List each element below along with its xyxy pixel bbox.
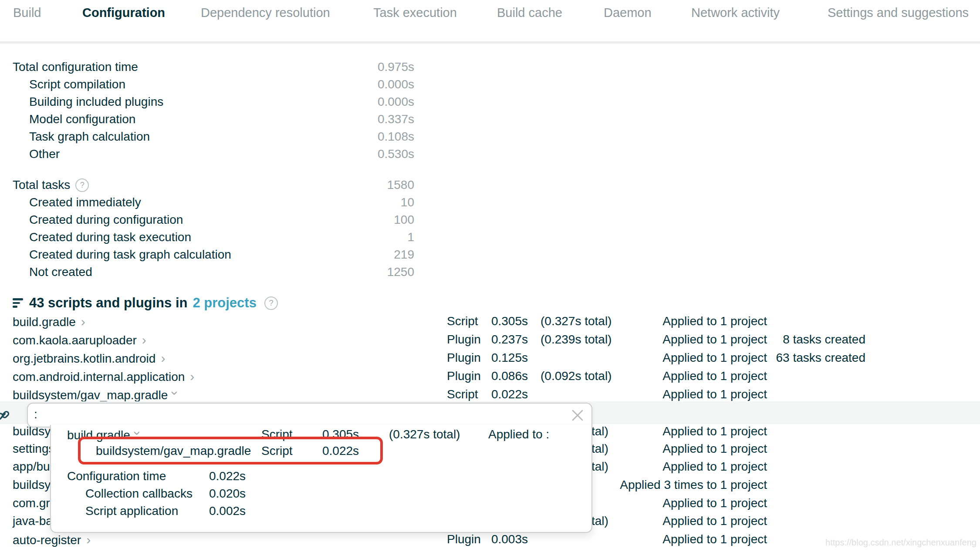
help-icon[interactable] <box>75 178 89 192</box>
nav-divider <box>0 41 980 44</box>
detail-label: Collection callbacks <box>85 487 193 501</box>
script-row-expanded[interactable]: buildsystem/gav_map.gradle Script 0.022s… <box>0 387 980 402</box>
script-tasks: 8 tasks created <box>767 333 865 347</box>
chevron-down-icon <box>130 431 145 435</box>
script-name: com.kaola.aaruploader <box>13 333 137 347</box>
summary-value: 0.000s <box>287 95 414 109</box>
detail-value: 0.002s <box>209 504 246 518</box>
tab-daemon[interactable]: Daemon <box>604 6 652 20</box>
tab-build-cache[interactable]: Build cache <box>497 6 562 20</box>
watermark: https://blog.csdn.net/xingchenxuanfeng <box>825 538 977 548</box>
detail-value: 0.020s <box>209 487 246 501</box>
script-time: 0.003s <box>453 532 528 546</box>
summary-label: Created during configuration <box>29 213 183 227</box>
script-applied: Applied to 1 project <box>601 351 767 365</box>
tab-build[interactable]: Build <box>13 6 41 20</box>
script-time: 0.237s <box>453 333 528 347</box>
project-popup: build.gradle Script 0.305s (0.327s total… <box>50 425 592 533</box>
script-row[interactable]: com.android.internal.application Plugin … <box>0 369 980 384</box>
script-name: buildsy <box>13 478 51 492</box>
summary-value: 10 <box>287 195 414 209</box>
help-icon[interactable] <box>264 296 278 310</box>
filter-bars-icon <box>13 298 24 308</box>
popup-script-row-highlighted[interactable]: buildsystem/gav_map.gradle Script 0.022s <box>51 444 591 459</box>
build-scan-configuration-page: Build Configuration Dependency resolutio… <box>0 0 980 552</box>
script-applied: Applied to 1 project <box>601 532 767 546</box>
project-label[interactable]: : <box>34 407 37 421</box>
summary-value: 1250 <box>287 265 414 279</box>
summary-label: Task graph calculation <box>29 130 150 144</box>
projects-link[interactable]: 2 projects <box>193 295 256 311</box>
script-row[interactable]: org.jetbrains.kotlin.android Plugin 0.12… <box>0 351 980 366</box>
tab-settings-and-suggestions[interactable]: Settings and suggestions <box>828 6 969 20</box>
summary-value: 0.530s <box>287 147 414 161</box>
script-name: auto-register <box>13 533 81 547</box>
tab-dependency-resolution[interactable]: Dependency resolution <box>201 6 330 20</box>
summary-label: Not created <box>29 265 92 279</box>
script-applied: Applied to : <box>488 427 549 441</box>
script-time: 0.305s <box>453 314 528 328</box>
summary-label: Total tasks <box>13 178 70 192</box>
script-time: 0.022s <box>453 387 528 401</box>
close-icon[interactable] <box>571 408 585 422</box>
script-applied: Applied to 1 project <box>601 460 767 474</box>
script-tasks: 63 tasks created <box>767 351 865 365</box>
script-applied: Applied to 1 project <box>601 333 767 347</box>
summary-label: Other <box>29 147 60 161</box>
summary-label: Created during task execution <box>29 230 191 244</box>
scripts-heading-text: 43 scripts and plugins in <box>29 295 187 311</box>
script-applied: Applied to 1 project <box>601 387 767 401</box>
script-type: Script <box>261 444 293 458</box>
script-applied: Applied to 1 project <box>601 514 767 528</box>
tab-task-execution[interactable]: Task execution <box>373 6 457 20</box>
script-name: org.jetbrains.kotlin.android <box>13 352 155 365</box>
script-applied: Applied to 1 project <box>601 442 767 456</box>
detail-value: 0.022s <box>209 469 246 483</box>
script-name: settings <box>13 442 55 456</box>
chevron-right-icon <box>161 351 165 365</box>
tab-network-activity[interactable]: Network activity <box>691 6 780 20</box>
popup-detail-row: Configuration time 0.022s <box>51 469 591 484</box>
popup-detail-row: Collection callbacks 0.020s <box>51 487 591 502</box>
script-time: 0.022s <box>322 444 359 458</box>
chevron-right-icon <box>142 333 146 347</box>
script-total: (0.327s total) <box>389 427 460 441</box>
script-applied: Applied to 1 project <box>601 369 767 383</box>
script-time: 0.125s <box>453 351 528 365</box>
popup-detail-row: Script application 0.002s <box>51 504 591 519</box>
chevron-right-icon <box>81 314 85 329</box>
script-row[interactable]: com.kaola.aaruploader Plugin 0.237s (0.2… <box>0 333 980 347</box>
script-name: buildsystem/gav_map.gradle <box>96 444 251 458</box>
script-applied: Applied to 1 project <box>601 314 767 328</box>
summary-label: Building included plugins <box>29 95 163 109</box>
summary-value: 0.000s <box>287 77 414 91</box>
script-applied: Applied to 1 project <box>601 424 767 438</box>
script-name: app/bu <box>13 460 50 474</box>
summary-value: 0.975s <box>287 60 414 74</box>
script-applied: Applied to 1 project <box>601 496 767 510</box>
detail-label: Script application <box>85 504 178 518</box>
script-name: buildsystem/gav_map.gradle <box>13 388 168 402</box>
chevron-down-icon <box>168 391 182 395</box>
detail-label: Configuration time <box>67 469 166 483</box>
script-time: 0.086s <box>453 369 528 383</box>
summary-label: Total configuration time <box>13 60 138 74</box>
scripts-heading: 43 scripts and plugins in 2 projects <box>13 295 278 311</box>
script-row[interactable]: build.gradle Script 0.305s (0.327s total… <box>0 314 980 329</box>
tab-configuration[interactable]: Configuration <box>82 6 165 20</box>
summary-label: Script compilation <box>29 77 125 91</box>
script-name: build.gradle <box>13 315 76 329</box>
project-popup-tab: : <box>27 403 592 427</box>
summary-value: 0.337s <box>287 112 414 126</box>
chevron-right-icon <box>86 532 91 547</box>
summary-value: 1580 <box>287 178 414 192</box>
summary-label: Model configuration <box>29 112 135 126</box>
link-icon[interactable] <box>0 406 12 430</box>
summary-value: 100 <box>287 213 414 227</box>
summary-value: 219 <box>287 248 414 262</box>
summary-label: Created during task graph calculation <box>29 248 231 262</box>
script-name: java-ba <box>13 514 53 528</box>
script-name: com.android.internal.application <box>13 370 185 384</box>
summary-label: Created immediately <box>29 195 141 209</box>
script-applied: Applied 3 times to 1 project <box>601 478 767 492</box>
